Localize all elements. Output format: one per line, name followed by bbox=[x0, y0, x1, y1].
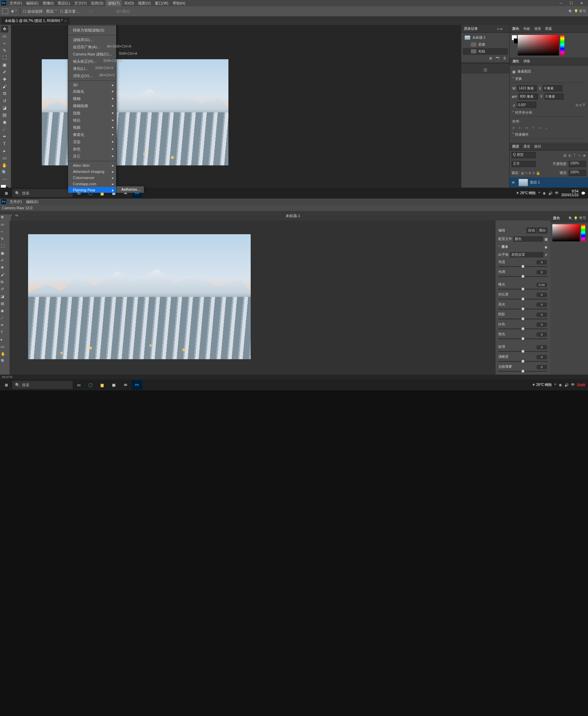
eraser-tool[interactable]: ◪ bbox=[1, 294, 8, 301]
slider-纹理[interactable]: 纹理0 bbox=[498, 344, 548, 354]
patterns-tab[interactable]: 图案 bbox=[545, 26, 552, 31]
swatches-tab[interactable]: 色板 bbox=[523, 26, 530, 31]
taskbar-search[interactable]: 🔍搜索 bbox=[12, 381, 73, 389]
history-step-paste[interactable]: 粘贴 bbox=[463, 48, 508, 55]
menu-3d[interactable]: 3D(D) bbox=[122, 0, 136, 6]
channels-tab[interactable]: 通道 bbox=[523, 144, 530, 149]
notification-icon[interactable]: 💬 bbox=[581, 191, 585, 195]
history-panel-header[interactable]: 历史记录›› ≡ bbox=[461, 25, 509, 33]
height-field[interactable]: 800 像素 bbox=[519, 93, 538, 100]
auto-select-target[interactable]: 图层 ˅ bbox=[46, 9, 57, 14]
slider-阴影[interactable]: 阴影0 bbox=[498, 311, 548, 321]
path-select-tool[interactable]: ▸ bbox=[1, 147, 8, 154]
filter-menu-item[interactable]: 自适应广角(A)...Alt+Shift+Ctrl+A bbox=[68, 43, 116, 51]
slider-色调[interactable]: 色调0 bbox=[498, 269, 548, 279]
learn-button[interactable]: 💡 学习 bbox=[574, 9, 586, 14]
menu-file[interactable]: 文件(F) bbox=[8, 199, 24, 205]
menu-type[interactable]: 文字(Y) bbox=[72, 0, 89, 7]
filter-menu-item[interactable]: 杂色▸ bbox=[68, 146, 116, 153]
stamp-tool[interactable]: ⧉ bbox=[1, 90, 8, 97]
search-icon[interactable]: 🔍 bbox=[568, 10, 573, 13]
lasso-tool[interactable]: ⌁ bbox=[1, 40, 8, 47]
gradient-tool[interactable]: ▤ bbox=[1, 112, 8, 118]
marquee-tool[interactable]: ▭ bbox=[1, 33, 8, 40]
history-trash-icon[interactable]: 🗑 bbox=[503, 56, 506, 60]
start-button[interactable]: ⊞ bbox=[1, 188, 12, 198]
filter-menu-item[interactable]: Colormancer▸ bbox=[68, 175, 116, 181]
clock[interactable]: 9:542024/11/10 bbox=[561, 189, 578, 197]
layer-row-1[interactable]: 👁图层 1 bbox=[510, 177, 588, 188]
win-close[interactable]: ✕ bbox=[576, 1, 587, 5]
lasso-tool[interactable]: ⌁ bbox=[1, 229, 8, 236]
hue-strip[interactable] bbox=[560, 35, 564, 55]
history-snapshot-icon[interactable]: ▣ bbox=[489, 56, 492, 60]
zoom-tool[interactable]: 🔍 bbox=[1, 169, 8, 176]
volume-icon[interactable]: 🔊 bbox=[548, 191, 552, 195]
task-view-icon[interactable]: ▭ bbox=[73, 380, 84, 390]
photoshop-taskbar-icon[interactable]: Ps bbox=[132, 380, 142, 390]
filter-menu-item[interactable]: 液化(L)...Shift+Ctrl+X bbox=[68, 65, 116, 72]
filter-menu-item[interactable]: 镜头校正(R)...Shift+Ctrl+R bbox=[68, 58, 116, 65]
menu-select[interactable]: 选择(S) bbox=[89, 0, 105, 7]
y-field[interactable]: 0 像素 bbox=[545, 93, 564, 100]
filter-menu-item[interactable]: 模糊▸ bbox=[68, 95, 116, 102]
document-tab[interactable]: 未标题-1 @ 66.7% (图层 1, RGB/8#) *× bbox=[1, 17, 70, 24]
crop-tool[interactable]: ⛶ bbox=[1, 54, 8, 61]
eraser-tool[interactable]: ◪ bbox=[1, 104, 8, 111]
filter-menu-item[interactable]: 锐化▸ bbox=[68, 117, 116, 124]
ime-indicator[interactable]: 中 bbox=[555, 191, 559, 196]
healing-tool[interactable]: ✚ bbox=[1, 76, 8, 83]
menu-file[interactable]: 文件(F) bbox=[8, 0, 24, 7]
slider-去除薄雾[interactable]: 去除薄雾0 bbox=[498, 364, 548, 374]
slider-黑色[interactable]: 黑色0 bbox=[498, 331, 548, 341]
filter-menu-item[interactable]: 像素化▸ bbox=[68, 131, 116, 138]
adjustments-tab[interactable]: 调整 bbox=[523, 59, 530, 64]
store-icon[interactable]: ▦ bbox=[108, 380, 119, 390]
history-camera-icon[interactable]: 📷 bbox=[496, 56, 500, 60]
canvas-area[interactable]: 上次滤镜操作(F)Alt+Ctrl+F转换为智能滤镜(S)滤镜库(G)...自适… bbox=[11, 25, 461, 193]
eyedropper-tool[interactable]: ✐ bbox=[1, 258, 8, 265]
menu-edit[interactable]: 编辑(E) bbox=[24, 199, 41, 205]
menu-window[interactable]: 窗口(W) bbox=[153, 0, 171, 7]
pen-tool[interactable]: ✒ bbox=[1, 133, 8, 140]
filter-menu-item[interactable]: Athentech Imaging▸ bbox=[68, 168, 116, 175]
opacity-field[interactable]: 100% bbox=[569, 161, 586, 167]
edge-icon[interactable]: ◯ bbox=[85, 380, 96, 390]
blend-mode-select[interactable]: 正常 bbox=[512, 161, 536, 167]
home-icon[interactable] bbox=[2, 9, 8, 14]
select-tool[interactable]: ✎ bbox=[1, 237, 8, 243]
start-button[interactable]: ⊞ bbox=[1, 380, 12, 390]
filter-menu-item[interactable]: 扭曲▸ bbox=[68, 110, 116, 117]
filter-menu-item[interactable]: 其它▸ bbox=[68, 153, 116, 160]
filter-menu-item[interactable]: 模糊画廊▸ bbox=[68, 102, 116, 110]
slider-曝光[interactable]: 曝光0.00 bbox=[498, 281, 548, 291]
type-tool[interactable]: T bbox=[1, 140, 8, 147]
history-doc[interactable]: 未标题-1 bbox=[463, 34, 508, 41]
move-tool[interactable]: ✥ bbox=[1, 215, 8, 222]
menu-help[interactable]: 帮助(H) bbox=[171, 0, 187, 7]
width-field[interactable]: 1422 像素 bbox=[517, 85, 537, 91]
visibility-icon[interactable]: 👁 bbox=[512, 181, 516, 185]
libraries-icon[interactable]: ◫ bbox=[482, 66, 488, 73]
color-panel[interactable] bbox=[510, 33, 588, 58]
filter-menu-item[interactable]: Camera Raw 滤镜(C)...Shift+Ctrl+A bbox=[68, 51, 116, 58]
slider-白色[interactable]: 白色0 bbox=[498, 321, 548, 331]
weather-widget[interactable]: ☀ 26°C 晴朗 bbox=[532, 382, 552, 387]
dodge-tool[interactable]: ☄ bbox=[1, 126, 8, 133]
dodge-tool[interactable]: ☄ bbox=[1, 316, 8, 323]
profile-select[interactable]: 颜色 bbox=[513, 236, 543, 242]
menu-layer[interactable]: 图层(L) bbox=[56, 0, 72, 7]
move-tool[interactable]: ✥ bbox=[1, 26, 8, 33]
frame-tool[interactable]: ▣ bbox=[1, 251, 8, 258]
win-maximize[interactable]: ☐ bbox=[566, 1, 576, 5]
brush-tool[interactable]: 🖌 bbox=[1, 273, 8, 279]
brush-tool[interactable]: 🖌 bbox=[1, 83, 8, 90]
mail-icon[interactable]: ✉ bbox=[120, 380, 131, 390]
eyedropper-tool[interactable]: ✐ bbox=[1, 68, 8, 75]
close-tab-icon[interactable]: × bbox=[65, 19, 67, 23]
tray-arrow-icon[interactable]: ^ bbox=[538, 191, 540, 195]
filter-menu-item[interactable]: 消失点(V)...Alt+Ctrl+V bbox=[68, 72, 116, 79]
paths-tab[interactable]: 路径 bbox=[534, 144, 541, 149]
marquee-tool[interactable]: ▭ bbox=[1, 222, 8, 229]
slider-清晰度[interactable]: 清晰度0 bbox=[498, 354, 548, 364]
